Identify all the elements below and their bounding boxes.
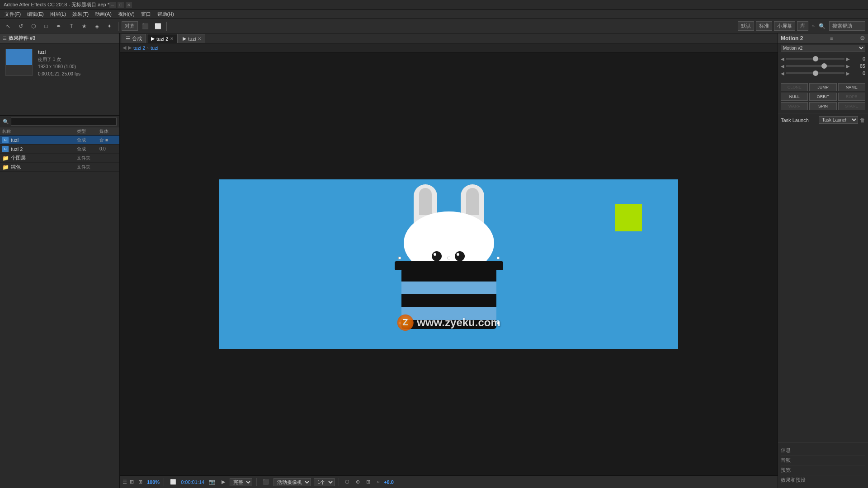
tool-align-left[interactable]: ⬛ (140, 21, 151, 32)
col-name: 名称 (2, 128, 77, 135)
slider-thumb-3[interactable] (813, 70, 818, 76)
menu-window[interactable]: 窗口 (138, 10, 154, 19)
slider-thumb-2[interactable] (821, 63, 827, 69)
btn-null[interactable]: NULL (781, 93, 808, 101)
menu-view[interactable]: 视图(V) (115, 10, 137, 19)
btn-clone[interactable]: CLONE (781, 83, 808, 91)
plugin-select[interactable]: Motion v2 (781, 45, 865, 52)
project-panel-title: 效果控件 #3 (9, 35, 35, 42)
slider-track-3[interactable] (786, 72, 844, 74)
col-type: 类型 (77, 128, 99, 135)
menu-effect[interactable]: 效果(T) (70, 10, 91, 19)
tool-text[interactable]: T (66, 21, 77, 32)
list-item[interactable]: C tuzi 2 合成 0:0 (0, 145, 119, 154)
ear-left-inner (419, 188, 432, 215)
project-search-input[interactable] (11, 117, 117, 126)
menu-file[interactable]: 文件(F) (2, 10, 24, 19)
btn-rope[interactable]: ROPE (838, 93, 865, 101)
tab-tuzi2[interactable]: ▶ tuzi 2 ✕ (147, 34, 178, 43)
preview-motion[interactable]: ≈ (375, 479, 381, 486)
task-select[interactable]: Task Launch (819, 116, 859, 124)
btn-name[interactable]: NAME (838, 83, 865, 91)
preview-snapshot[interactable]: 📷 (207, 478, 217, 486)
preview-time[interactable]: 0:00:01:14 (181, 479, 204, 485)
tool-rotate[interactable]: ↺ (15, 21, 26, 32)
slider-arrow-left-1[interactable]: ◀ (781, 56, 784, 61)
project-name: tuzi (38, 49, 80, 56)
breadcrumb-arrow2: ▶ (128, 45, 132, 51)
info-item-info[interactable]: 信息 (781, 446, 865, 455)
col-media: 媒体 (99, 128, 118, 135)
search-icon[interactable]: 🔍 (816, 21, 827, 32)
list-item[interactable]: 📁 个图层 文件夹 (0, 154, 119, 163)
tool-puppet[interactable]: ◈ (91, 21, 102, 32)
tab-tuzi[interactable]: ▶ tuzi ✕ (179, 34, 205, 43)
tab-tuzi2-close[interactable]: ✕ (170, 36, 174, 41)
btn-stare[interactable]: STARE (838, 102, 865, 110)
preview-resize[interactable]: ⬛ (261, 478, 271, 486)
search-effects[interactable]: 搜索帮助 (829, 21, 865, 31)
tool-align-right[interactable]: ⬜ (152, 21, 163, 32)
workspace-standard[interactable]: 标准 (756, 21, 772, 31)
slider-arrow-right-1[interactable]: ▶ (846, 56, 850, 61)
hat-body (401, 268, 496, 329)
project-info: tuzi 使用了 1 次 868 x 488 (1.00) 0:00:01:… (35, 46, 83, 80)
list-item[interactable]: C tuzi 合成 合 ■ (0, 136, 119, 145)
workspace-library[interactable]: 库 (797, 21, 808, 31)
minimize-btn[interactable]: ─ (109, 2, 116, 8)
preview-grid-btn[interactable]: ⊞ (137, 478, 144, 486)
close-btn[interactable]: ✕ (126, 2, 132, 8)
btn-jump[interactable]: JUMP (809, 83, 836, 91)
btn-orbit[interactable]: ORBIT (809, 93, 836, 101)
tool-zoom[interactable]: ⬡ (28, 21, 39, 32)
tab-comp[interactable]: ☰ 合成 (122, 34, 146, 43)
task-delete-btn[interactable]: 🗑 (860, 117, 865, 123)
ctrl-sep2 (256, 478, 257, 486)
maximize-btn[interactable]: □ (118, 2, 124, 8)
menu-anim[interactable]: 动画(A) (92, 10, 114, 19)
slider-arrow-left-3[interactable]: ◀ (781, 71, 784, 76)
preview-zoom[interactable]: 100% (147, 479, 160, 485)
slider-row-3: ◀ ▶ 0 (781, 70, 865, 76)
breadcrumb-tuzi[interactable]: tuzi (151, 45, 158, 51)
menu-edit[interactable]: 编辑(E) (24, 10, 47, 19)
slider-row-2: ◀ ▶ 65 (781, 63, 865, 69)
preview-3d[interactable]: ⬡ (343, 478, 351, 486)
tool-pen[interactable]: ✒ (53, 21, 64, 32)
breadcrumb-tuzi2[interactable]: tuzi 2 (133, 45, 145, 51)
info-item-audio[interactable]: 音频 (781, 455, 865, 465)
tool-select[interactable]: ↖ (3, 21, 14, 32)
preview-region-btn[interactable]: ⬜ (168, 478, 178, 486)
item-type: 文件夹 (77, 155, 99, 161)
motion-settings-btn[interactable]: ⚙ (860, 35, 865, 42)
menu-help[interactable]: 帮助(H) (155, 10, 177, 19)
align-label: 对齐 (122, 21, 138, 31)
slider-arrow-right-2[interactable]: ▶ (846, 64, 850, 69)
preview-channel-select[interactable]: 1个 (314, 478, 335, 486)
slider-arrow-right-3[interactable]: ▶ (846, 71, 850, 76)
slider-track-1[interactable] (786, 58, 844, 60)
preview-play-btn[interactable]: ▶ (220, 478, 227, 486)
preview-camera-select[interactable]: 活动摄像机 (274, 478, 311, 486)
tool-brush[interactable]: ✦ (104, 21, 115, 32)
menu-layer[interactable]: 图层(L) (47, 10, 69, 19)
menu-bar: 文件(F) 编辑(E) 图层(L) 效果(T) 动画(A) 视图(V) 窗口 帮… (0, 10, 868, 19)
slider-thumb-1[interactable] (813, 56, 818, 61)
tab-tuzi-close[interactable]: ✕ (198, 36, 201, 41)
workspace-small[interactable]: 小屏幕 (774, 21, 795, 31)
workspace-default[interactable]: 默认 (738, 21, 754, 31)
preview-guide[interactable]: ⊕ (354, 478, 362, 486)
slider-arrow-left-2[interactable]: ◀ (781, 64, 784, 69)
info-item-preview[interactable]: 预览 (781, 465, 865, 475)
slider-track-2[interactable] (786, 65, 844, 67)
tool-star[interactable]: ★ (79, 21, 90, 32)
tool-rect[interactable]: □ (41, 21, 52, 32)
preview-quality-select[interactable]: 完整 (230, 478, 252, 486)
btn-warp[interactable]: WARP (781, 102, 808, 110)
toolbar-sep2 (166, 22, 167, 31)
info-item-effects[interactable]: 效果和预设 (781, 475, 865, 485)
preview-grid2[interactable]: ⊞ (364, 478, 372, 486)
btn-spin[interactable]: SPIN (809, 102, 836, 110)
item-name: tuzi (11, 137, 77, 143)
list-item[interactable]: 📁 纯色 文件夹 (0, 163, 119, 172)
